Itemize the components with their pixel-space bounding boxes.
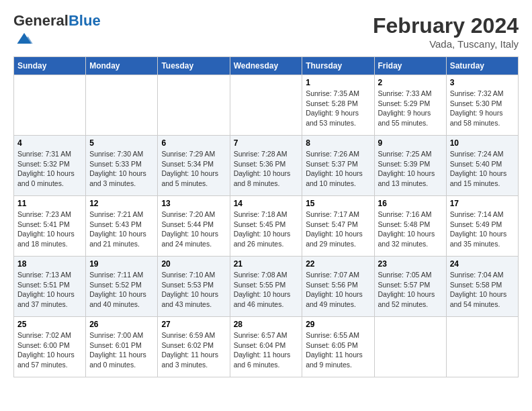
day-number: 26 [89, 320, 154, 329]
calendar-week-row: 1Sunrise: 7:35 AM Sunset: 5:28 PM Daylig… [14, 75, 519, 136]
calendar-cell [230, 75, 302, 136]
day-number: 10 [450, 138, 515, 148]
day-info: Sunrise: 7:17 AM Sunset: 5:47 PM Dayligh… [306, 210, 370, 249]
calendar-week-row: 25Sunrise: 7:02 AM Sunset: 6:00 PM Dayli… [14, 317, 519, 377]
calendar-cell [446, 317, 518, 377]
day-number: 20 [161, 259, 226, 269]
calendar-cell [86, 75, 158, 136]
calendar-body: 1Sunrise: 7:35 AM Sunset: 5:28 PM Daylig… [14, 75, 519, 377]
calendar-cell: 2Sunrise: 7:33 AM Sunset: 5:29 PM Daylig… [374, 75, 446, 136]
logo-general-text: General [13, 12, 69, 29]
day-info: Sunrise: 7:04 AM Sunset: 5:58 PM Dayligh… [450, 270, 515, 310]
day-info: Sunrise: 7:29 AM Sunset: 5:34 PM Dayligh… [161, 149, 226, 189]
day-info: Sunrise: 7:26 AM Sunset: 5:37 PM Dayligh… [306, 149, 370, 189]
day-info: Sunrise: 7:00 AM Sunset: 6:01 PM Dayligh… [89, 330, 154, 370]
day-of-week-header: Friday [374, 57, 446, 75]
day-info: Sunrise: 7:21 AM Sunset: 5:43 PM Dayligh… [89, 210, 154, 249]
day-info: Sunrise: 7:08 AM Sunset: 5:55 PM Dayligh… [234, 270, 299, 310]
calendar-cell: 12Sunrise: 7:21 AM Sunset: 5:43 PM Dayli… [86, 196, 158, 257]
calendar-cell: 11Sunrise: 7:23 AM Sunset: 5:41 PM Dayli… [14, 196, 86, 257]
calendar-cell [158, 75, 230, 136]
calendar-cell: 8Sunrise: 7:26 AM Sunset: 5:37 PM Daylig… [302, 136, 374, 196]
calendar-cell: 10Sunrise: 7:24 AM Sunset: 5:40 PM Dayli… [446, 136, 518, 196]
day-number: 8 [306, 138, 370, 148]
logo-blue-text: Blue [69, 12, 101, 29]
day-number: 15 [306, 199, 370, 208]
day-info: Sunrise: 7:28 AM Sunset: 5:36 PM Dayligh… [234, 149, 299, 189]
day-info: Sunrise: 7:20 AM Sunset: 5:44 PM Dayligh… [161, 210, 226, 249]
day-info: Sunrise: 7:24 AM Sunset: 5:40 PM Dayligh… [450, 149, 515, 189]
calendar-cell: 25Sunrise: 7:02 AM Sunset: 6:00 PM Dayli… [14, 317, 86, 377]
logo-icon [15, 28, 34, 47]
calendar-cell: 28Sunrise: 6:57 AM Sunset: 6:04 PM Dayli… [230, 317, 302, 377]
day-of-week-header: Saturday [446, 57, 518, 75]
day-number: 1 [306, 78, 370, 87]
day-info: Sunrise: 7:35 AM Sunset: 5:28 PM Dayligh… [306, 89, 370, 128]
day-info: Sunrise: 7:33 AM Sunset: 5:29 PM Dayligh… [378, 89, 443, 128]
calendar-cell: 24Sunrise: 7:04 AM Sunset: 5:58 PM Dayli… [446, 257, 518, 317]
day-info: Sunrise: 7:13 AM Sunset: 5:51 PM Dayligh… [17, 270, 82, 310]
calendar-cell: 19Sunrise: 7:11 AM Sunset: 5:52 PM Dayli… [86, 257, 158, 317]
day-number: 5 [89, 138, 154, 148]
title-block: February 2024 Vada, Tuscany, Italy [373, 13, 519, 50]
calendar-cell: 5Sunrise: 7:30 AM Sunset: 5:33 PM Daylig… [86, 136, 158, 196]
calendar-week-row: 4Sunrise: 7:31 AM Sunset: 5:32 PM Daylig… [14, 136, 519, 196]
day-info: Sunrise: 7:31 AM Sunset: 5:32 PM Dayligh… [17, 149, 82, 189]
day-info: Sunrise: 7:30 AM Sunset: 5:33 PM Dayligh… [89, 149, 154, 189]
day-info: Sunrise: 7:05 AM Sunset: 5:57 PM Dayligh… [378, 270, 443, 310]
day-info: Sunrise: 7:07 AM Sunset: 5:56 PM Dayligh… [306, 270, 370, 310]
calendar-cell: 14Sunrise: 7:18 AM Sunset: 5:45 PM Dayli… [230, 196, 302, 257]
day-number: 27 [161, 320, 226, 329]
calendar-cell: 20Sunrise: 7:10 AM Sunset: 5:53 PM Dayli… [158, 257, 230, 317]
day-info: Sunrise: 7:23 AM Sunset: 5:41 PM Dayligh… [17, 210, 82, 249]
calendar-cell: 18Sunrise: 7:13 AM Sunset: 5:51 PM Dayli… [14, 257, 86, 317]
day-of-week-header: Thursday [302, 57, 374, 75]
day-info: Sunrise: 7:11 AM Sunset: 5:52 PM Dayligh… [89, 270, 154, 310]
day-info: Sunrise: 7:02 AM Sunset: 6:00 PM Dayligh… [17, 330, 82, 370]
day-number: 12 [89, 199, 154, 208]
day-number: 21 [234, 259, 299, 269]
calendar-cell: 7Sunrise: 7:28 AM Sunset: 5:36 PM Daylig… [230, 136, 302, 196]
day-number: 17 [450, 199, 515, 208]
day-number: 19 [89, 259, 154, 269]
calendar-cell: 1Sunrise: 7:35 AM Sunset: 5:28 PM Daylig… [302, 75, 374, 136]
day-of-week-header: Sunday [14, 57, 86, 75]
calendar-week-row: 11Sunrise: 7:23 AM Sunset: 5:41 PM Dayli… [14, 196, 519, 257]
calendar-header-row: SundayMondayTuesdayWednesdayThursdayFrid… [14, 57, 519, 75]
day-of-week-header: Monday [86, 57, 158, 75]
calendar-cell: 26Sunrise: 7:00 AM Sunset: 6:01 PM Dayli… [86, 317, 158, 377]
month-year-title: February 2024 [373, 13, 519, 38]
calendar-table: SundayMondayTuesdayWednesdayThursdayFrid… [13, 56, 519, 377]
day-info: Sunrise: 7:10 AM Sunset: 5:53 PM Dayligh… [161, 270, 226, 310]
calendar-cell: 23Sunrise: 7:05 AM Sunset: 5:57 PM Dayli… [374, 257, 446, 317]
calendar-cell: 6Sunrise: 7:29 AM Sunset: 5:34 PM Daylig… [158, 136, 230, 196]
day-number: 25 [17, 320, 82, 329]
page-header: GeneralBlue February 2024 Vada, Tuscany,… [13, 13, 519, 50]
day-info: Sunrise: 6:59 AM Sunset: 6:02 PM Dayligh… [161, 330, 226, 370]
day-of-week-header: Wednesday [230, 57, 302, 75]
day-number: 23 [378, 259, 443, 269]
day-number: 22 [306, 259, 370, 269]
calendar-cell: 16Sunrise: 7:16 AM Sunset: 5:48 PM Dayli… [374, 196, 446, 257]
calendar-cell: 22Sunrise: 7:07 AM Sunset: 5:56 PM Dayli… [302, 257, 374, 317]
day-number: 6 [161, 138, 226, 148]
calendar-cell: 15Sunrise: 7:17 AM Sunset: 5:47 PM Dayli… [302, 196, 374, 257]
day-number: 3 [450, 78, 515, 87]
day-number: 28 [234, 320, 299, 329]
day-number: 9 [378, 138, 443, 148]
day-info: Sunrise: 7:18 AM Sunset: 5:45 PM Dayligh… [234, 210, 299, 249]
calendar-cell: 4Sunrise: 7:31 AM Sunset: 5:32 PM Daylig… [14, 136, 86, 196]
calendar-cell: 3Sunrise: 7:32 AM Sunset: 5:30 PM Daylig… [446, 75, 518, 136]
day-number: 13 [161, 199, 226, 208]
day-info: Sunrise: 7:25 AM Sunset: 5:39 PM Dayligh… [378, 149, 443, 189]
logo: GeneralBlue [13, 13, 101, 50]
day-number: 16 [378, 199, 443, 208]
calendar-cell: 29Sunrise: 6:55 AM Sunset: 6:05 PM Dayli… [302, 317, 374, 377]
location-subtitle: Vada, Tuscany, Italy [373, 38, 519, 50]
day-number: 24 [450, 259, 515, 269]
calendar-cell: 13Sunrise: 7:20 AM Sunset: 5:44 PM Dayli… [158, 196, 230, 257]
day-number: 14 [234, 199, 299, 208]
calendar-cell [374, 317, 446, 377]
calendar-cell: 27Sunrise: 6:59 AM Sunset: 6:02 PM Dayli… [158, 317, 230, 377]
day-info: Sunrise: 6:55 AM Sunset: 6:05 PM Dayligh… [306, 330, 370, 370]
